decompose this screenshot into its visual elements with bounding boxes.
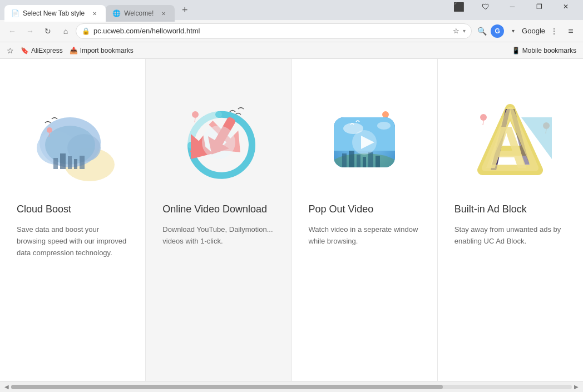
cloud-boost-title: Cloud Boost: [17, 204, 71, 215]
svg-point-16: [192, 111, 199, 118]
feature-card-video-download: Online Video Download Download YouTube, …: [146, 59, 292, 381]
scroll-right-button[interactable]: ▶: [572, 384, 581, 390]
star-icon[interactable]: ☆: [453, 27, 460, 35]
mobile-bookmarks-label: Mobile bookmarks: [522, 47, 576, 54]
tab-welcome[interactable]: 🌐 Welcome! ✕: [106, 5, 175, 22]
pop-out-video-title: Pop Out Video: [309, 204, 374, 215]
feature-card-ad-block: A Built-in Ad Block Stay away from unwan…: [438, 59, 583, 381]
mobile-bookmarks-icon: 📱: [512, 47, 520, 54]
refresh-button[interactable]: ↻: [40, 23, 56, 39]
svg-text:A: A: [485, 113, 528, 181]
nav-right: 🔍 G ▾ Google ⋮ ≡: [474, 23, 579, 39]
minimize-button[interactable]: ─: [500, 0, 525, 15]
video-download-icon-area: [162, 92, 274, 192]
svg-point-18: [382, 111, 389, 118]
address-text: pc.ucweb.com/en/helloworld.html: [93, 27, 449, 35]
cloud-boost-desc: Save data and boost your browsing speed …: [17, 224, 129, 259]
svg-rect-30: [363, 157, 366, 167]
scrollbar-thumb[interactable]: [11, 385, 443, 389]
svg-line-17: [195, 118, 195, 122]
forward-button[interactable]: →: [22, 23, 38, 39]
feature-card-cloud-boost: Cloud Boost Save data and boost your bro…: [0, 59, 146, 381]
profile-dropdown[interactable]: ▾: [505, 23, 521, 39]
bookmarks-star-icon: ☆: [7, 46, 14, 55]
svg-rect-29: [357, 155, 360, 167]
svg-point-10: [47, 127, 52, 133]
pop-out-video-illustration: [320, 98, 409, 187]
bookmark-aliexpress[interactable]: 🔖 AliExpress: [21, 47, 63, 54]
bookmarks-bar: ☆ 🔖 AliExpress 📥 Import bookmarks 📱 Mobi…: [0, 42, 583, 59]
svg-line-36: [483, 121, 483, 125]
cloud-boost-icon-area: [17, 92, 129, 192]
svg-rect-6: [60, 153, 66, 169]
ad-block-illustration: A: [466, 98, 555, 187]
tab-close-2[interactable]: ✕: [159, 9, 168, 18]
uc-icon[interactable]: 🛡: [473, 0, 498, 15]
svg-rect-9: [80, 156, 85, 169]
home-button[interactable]: ⌂: [58, 23, 73, 39]
svg-rect-5: [53, 158, 58, 169]
bookmark-import-icon: 📥: [70, 47, 78, 54]
extensions-icon[interactable]: ⬛: [446, 0, 472, 15]
scroll-left-button[interactable]: ◀: [2, 384, 11, 390]
tab-label-1: Select New Tab style: [23, 9, 85, 17]
video-download-illustration: [174, 98, 263, 187]
bookmarks-right: 📱 Mobile bookmarks: [512, 47, 576, 54]
svg-rect-31: [368, 152, 373, 167]
svg-point-15: [202, 126, 235, 159]
more-tools-button[interactable]: ⋮: [546, 23, 562, 39]
back-button[interactable]: ←: [4, 23, 20, 39]
new-tab-button[interactable]: +: [177, 2, 192, 18]
tab-favicon-2: 🌐: [112, 9, 121, 17]
svg-rect-32: [376, 156, 380, 167]
window-controls: ⬛ 🛡 ─ ❐ ✕: [446, 0, 579, 15]
main-content: Cloud Boost Save data and boost your bro…: [0, 59, 583, 381]
pop-out-video-desc: Watch video in a seperate window while b…: [309, 224, 421, 247]
tab-new-tab-style[interactable]: 📄 Select New Tab style ✕: [4, 5, 106, 22]
svg-point-25: [377, 122, 391, 130]
tab-favicon-1: 📄: [11, 9, 19, 17]
bookmark-aliexpress-icon: 🔖: [21, 47, 29, 54]
nav-bar: ← → ↻ ⌂ 🔒 pc.ucweb.com/en/helloworld.htm…: [0, 20, 583, 42]
svg-rect-7: [68, 156, 72, 169]
extensions-button[interactable]: ≡: [563, 23, 579, 39]
title-bar: 📄 Select New Tab style ✕ 🌐 Welcome! ✕ + …: [0, 0, 583, 20]
svg-rect-28: [349, 151, 354, 167]
video-download-title: Online Video Download: [162, 204, 267, 215]
video-download-desc: Download YouTube, Dailymotion... videos …: [162, 224, 274, 247]
bookmark-aliexpress-label: AliExpress: [31, 47, 63, 54]
maximize-button[interactable]: ❐: [526, 0, 552, 15]
scrollbar-track[interactable]: [11, 385, 572, 389]
bookmark-import-label: Import bookmarks: [80, 47, 134, 54]
bookmark-import[interactable]: 📥 Import bookmarks: [70, 47, 134, 54]
feature-card-pop-out-video: Pop Out Video Watch video in a seperate …: [292, 59, 438, 381]
ad-block-title: Built-in Ad Block: [454, 204, 527, 215]
tab-label-2: Welcome!: [124, 9, 154, 17]
tab-close-1[interactable]: ✕: [90, 9, 99, 18]
mobile-bookmarks[interactable]: 📱 Mobile bookmarks: [512, 47, 576, 54]
pop-out-video-icon-area: [309, 92, 421, 192]
svg-rect-8: [74, 159, 77, 169]
address-lock-icon: 🔒: [82, 27, 90, 35]
scrollbar-area: ◀ ▶: [0, 381, 583, 392]
cloud-boost-illustration: [28, 98, 117, 187]
search-engine-label: Google: [522, 27, 545, 35]
svg-rect-27: [342, 153, 347, 167]
profile-avatar[interactable]: G: [491, 24, 504, 38]
address-dropdown-icon[interactable]: ▾: [463, 28, 466, 34]
close-button[interactable]: ✕: [553, 0, 579, 15]
address-bar[interactable]: 🔒 pc.ucweb.com/en/helloworld.html ☆ ▾: [76, 23, 472, 39]
ad-block-desc: Stay away from unwanted ads by enabling …: [454, 224, 566, 247]
ad-block-icon-area: A: [454, 92, 566, 192]
search-button[interactable]: 🔍: [474, 23, 490, 39]
